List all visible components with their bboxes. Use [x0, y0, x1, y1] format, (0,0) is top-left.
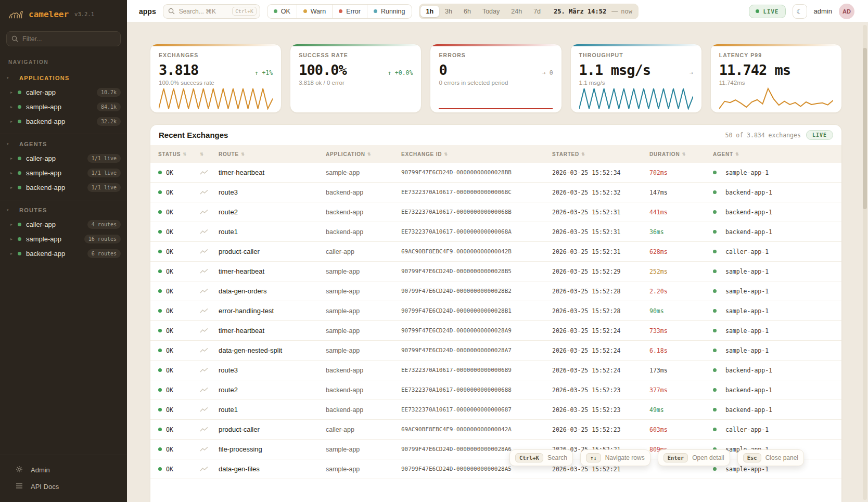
- chevron-right-icon: ▸: [10, 119, 18, 124]
- theme-toggle-button[interactable]: ☾: [793, 4, 807, 19]
- column-header-status[interactable]: STATUS⇅: [158, 151, 200, 157]
- status-label: OK: [166, 248, 173, 255]
- sidebar-item-applications-sample-app[interactable]: ▸sample-app84.1k: [0, 99, 127, 114]
- sidebar-item-applications-backend-app[interactable]: ▸backend-app32.2k: [0, 114, 127, 128]
- agent-cell: backend-app-1: [713, 189, 841, 196]
- column-header-trend[interactable]: ⇅: [200, 152, 219, 157]
- table-row[interactable]: OKroute1backend-appEE7322370A10617-00000…: [150, 222, 841, 242]
- table-row[interactable]: OKroute3backend-appEE7322370A10617-00000…: [150, 183, 841, 202]
- sidebar-item-routes-caller-app[interactable]: ▸caller-app4 routes: [0, 217, 127, 231]
- ok-status-dot: [158, 250, 162, 253]
- application-cell: sample-app: [326, 466, 401, 473]
- status-filter-label: Running: [381, 8, 405, 15]
- table-row[interactable]: OKroute2backend-appEE7322370A10617-00000…: [150, 202, 841, 222]
- sidebar-footer-api-docs[interactable]: API Docs: [0, 479, 127, 495]
- table-row[interactable]: OKerror-handling-testsample-app90799F47E…: [150, 301, 841, 321]
- exchange-id-cell: 90799F47E6CD24D-00000000000028B5: [401, 268, 552, 275]
- application-cell: sample-app: [326, 268, 401, 275]
- duration-cell: 702ms: [649, 169, 713, 176]
- search-icon: [11, 35, 18, 42]
- agent-cell: sample-app-1: [713, 327, 841, 334]
- agent-label: sample-app-1: [725, 307, 769, 315]
- live-status-dot: [756, 9, 759, 13]
- sparkline-chart: [719, 87, 833, 110]
- time-range-today[interactable]: Today: [477, 6, 505, 17]
- chevron-down-icon: ▾: [7, 208, 11, 212]
- agent-label: backend-app-1: [725, 387, 772, 394]
- sidebar-item-agents-backend-app[interactable]: ▸backend-app1/1 live: [0, 180, 127, 195]
- trend-icon: [200, 445, 219, 454]
- sidebar-filter-input[interactable]: [6, 31, 121, 46]
- table-row[interactable]: OKdata-gen-orderssample-app90799F47E6CD2…: [150, 281, 841, 301]
- section-header-agents[interactable]: ▾AGENTS: [0, 138, 127, 151]
- sidebar-item-agents-sample-app[interactable]: ▸sample-app1/1 live: [0, 165, 127, 180]
- column-header-agent[interactable]: AGENT⇅: [713, 151, 841, 157]
- stat-card-delta: → 0: [542, 69, 553, 76]
- agent-status-dot: [713, 428, 717, 431]
- status-filter-warn[interactable]: Warn: [297, 5, 332, 18]
- time-range-6h[interactable]: 6h: [458, 6, 477, 17]
- column-header-route[interactable]: ROUTE⇅: [219, 151, 326, 157]
- global-search-input[interactable]: [178, 7, 225, 16]
- sidebar-item-routes-sample-app[interactable]: ▸sample-app16 routes: [0, 231, 127, 246]
- agent-status-dot: [713, 190, 717, 194]
- table-body: OKtimer-heartbeatsample-app90799F47E6CD2…: [150, 163, 841, 479]
- table-row[interactable]: OKroute3backend-appEE7322370A10617-00000…: [150, 361, 841, 380]
- exchange-id-cell: EE7322370A10617-000000000000068B: [401, 209, 552, 215]
- table-row[interactable]: OKtimer-heartbeatsample-app90799F47E6CD2…: [150, 163, 841, 183]
- section-header-routes[interactable]: ▾ROUTES: [0, 204, 127, 217]
- hint-key-badge: ↑↓: [586, 453, 601, 462]
- exchange-id-cell: EE7322370A10617-0000000000000688: [401, 387, 552, 393]
- status-filter-error[interactable]: Error: [332, 5, 367, 18]
- sidebar-item-agents-caller-app[interactable]: ▸caller-app1/1 live: [0, 151, 127, 165]
- agent-cell: backend-app-1: [713, 406, 841, 414]
- route-cell: route2: [219, 386, 326, 394]
- application-cell: sample-app: [326, 169, 401, 176]
- scrollbar-thumb[interactable]: [863, 48, 867, 209]
- table-header: Recent Exchanges 50 of 3.834 exchanges L…: [150, 125, 841, 145]
- ok-status-dot: [158, 388, 162, 392]
- status-filter-ok[interactable]: OK: [267, 5, 297, 18]
- status-label: OK: [166, 347, 173, 354]
- table-row[interactable]: OKdata-gen-nested-splitsample-app90799F4…: [150, 341, 841, 361]
- exchange-id-cell: EE7322370A10617-000000000000068A: [401, 228, 552, 235]
- chevron-right-icon: ▸: [10, 251, 18, 256]
- table-row[interactable]: OKtimer-heartbeatsample-app90799F47E6CD2…: [150, 262, 841, 281]
- navigation-label: NAVIGATION: [8, 59, 119, 65]
- sidebar-section-agents: ▾AGENTS▸caller-app1/1 live▸sample-app1/1…: [0, 134, 127, 200]
- time-range-1h[interactable]: 1h: [420, 6, 440, 17]
- status-filter-running[interactable]: Running: [367, 5, 412, 18]
- status-dot: [18, 91, 21, 94]
- started-cell: 2026-03-25 15:52:32: [552, 189, 649, 196]
- table-row[interactable]: OKproduct-callercaller-app69AC90BF8EBC4F…: [150, 242, 841, 262]
- table-row[interactable]: OKroute1backend-appEE7322370A10617-00000…: [150, 400, 841, 420]
- sidebar-footer-admin[interactable]: Admin: [0, 461, 127, 479]
- column-header-started[interactable]: STARTED⇅: [552, 151, 649, 157]
- time-range-3h[interactable]: 3h: [439, 6, 458, 17]
- column-header-exchange-id[interactable]: EXCHANGE ID⇅: [401, 151, 552, 157]
- agent-label: backend-app-1: [725, 228, 772, 236]
- started-cell: 2026-03-25 15:52:23: [552, 387, 649, 394]
- section-header-applications[interactable]: ▾APPLICATIONS: [0, 72, 127, 85]
- ok-status-dot: [158, 349, 162, 352]
- duration-cell: 90ms: [649, 307, 713, 315]
- table-row[interactable]: OKroute2backend-appEE7322370A10617-00000…: [150, 380, 841, 400]
- status-filter-label: Warn: [311, 8, 326, 15]
- sidebar-item-applications-caller-app[interactable]: ▸caller-app10.7k: [0, 85, 127, 99]
- started-cell: 2026-03-25 15:52:28: [552, 307, 649, 315]
- hint-search: Ctrl+KSearch: [509, 449, 573, 466]
- live-toggle-button[interactable]: LIVE: [749, 5, 785, 18]
- sidebar-section-applications: ▾APPLICATIONS▸caller-app10.7k▸sample-app…: [0, 68, 127, 134]
- status-cell: OK: [158, 228, 200, 236]
- table-row[interactable]: OKproduct-callercaller-app69AC90BF8EBC4F…: [150, 420, 841, 440]
- global-search[interactable]: Ctrl+K: [163, 4, 260, 19]
- chevron-right-icon: ▸: [10, 156, 18, 161]
- time-range-7d[interactable]: 7d: [528, 6, 546, 17]
- time-range-24h[interactable]: 24h: [505, 6, 528, 17]
- avatar[interactable]: AD: [839, 4, 854, 19]
- column-header-application[interactable]: APPLICATION⇅: [326, 151, 401, 157]
- sidebar-sections: ▾APPLICATIONS▸caller-app10.7k▸sample-app…: [0, 66, 127, 455]
- sidebar-item-routes-backend-app[interactable]: ▸backend-app6 routes: [0, 246, 127, 261]
- column-header-duration[interactable]: DURATION⇅: [649, 151, 713, 157]
- table-row[interactable]: OKtimer-heartbeatsample-app90799F47E6CD2…: [150, 321, 841, 341]
